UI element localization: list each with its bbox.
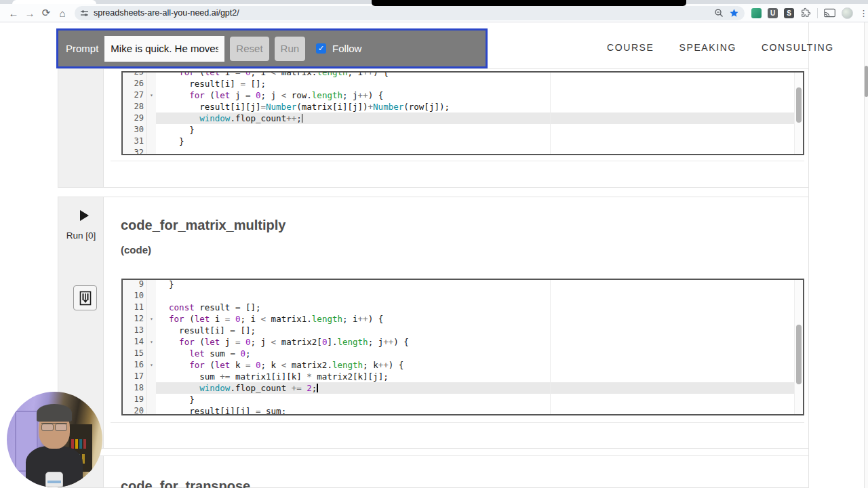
site-settings-icon[interactable] — [80, 9, 89, 18]
browser-toolbar: ← → ⟳ ⌂ spreadsheets-are-all-you-need.ai… — [0, 4, 868, 22]
cell-run-count[interactable]: Run [0] — [58, 230, 104, 241]
fold-gutter — [147, 101, 156, 113]
back-icon[interactable]: ← — [5, 7, 22, 19]
extensions-puzzle-icon[interactable] — [800, 7, 811, 18]
editor2-scrollbar-thumb[interactable] — [796, 325, 802, 384]
code-line[interactable]: 12▾ for (let i = 0; i < matrix1.length; … — [123, 313, 803, 325]
follow-label: Follow — [332, 43, 361, 54]
code-line[interactable]: 16▾ for (let k = 0; k < matrix2.length; … — [123, 359, 803, 371]
code-text[interactable] — [156, 147, 803, 155]
line-number: 10 — [123, 290, 147, 302]
fold-gutter — [147, 147, 156, 155]
code-line[interactable]: 31 } — [123, 136, 803, 147]
code-text[interactable]: window.flop_count++; — [156, 113, 803, 124]
code-text[interactable]: sum += matrix1[i][k] * matrix2[k][j]; — [156, 371, 803, 382]
cast-icon[interactable] — [824, 8, 835, 18]
run-button[interactable]: Run — [275, 37, 306, 61]
address-bar[interactable]: spreadsheets-are-all-you-need.ai/gpt2/ — [75, 6, 745, 20]
code-line[interactable]: 10 — [123, 290, 803, 302]
fold-arrow-icon[interactable]: ▾ — [147, 336, 156, 348]
code-line[interactable]: 9 } — [123, 279, 803, 290]
webcam-microphone — [45, 472, 63, 487]
profile-avatar[interactable] — [842, 7, 853, 19]
reset-button[interactable]: Reset — [230, 37, 269, 61]
fold-gutter — [147, 136, 156, 147]
reload-icon[interactable]: ⟳ — [38, 7, 54, 19]
code-text[interactable]: window.flop_count += 2; — [156, 382, 803, 394]
bookmark-star-icon[interactable] — [729, 8, 739, 18]
code-text[interactable]: } — [156, 394, 803, 405]
code-line[interactable]: 26 result[i] = []; — [123, 78, 803, 89]
prompt-label: Prompt — [66, 43, 98, 54]
cell-run-play-icon[interactable] — [80, 210, 89, 221]
code-text[interactable]: for (let i = 0; i < matrix1.length; i++)… — [156, 313, 803, 325]
code-editor-1[interactable]: 25 for (let i = 0; i < matrix.length; i+… — [121, 71, 804, 155]
line-number: 16 — [123, 359, 147, 371]
line-number: 32 — [123, 147, 147, 155]
insert-below-button[interactable] — [73, 285, 97, 310]
editor2-scrollbar[interactable] — [794, 280, 803, 414]
line-number: 9 — [123, 279, 147, 290]
cell2-output-divider — [111, 422, 804, 423]
code-line[interactable]: 28 result[i][j]=Number(matrix[i][j])+Num… — [123, 101, 803, 113]
fold-arrow-icon[interactable]: ▾ — [147, 359, 156, 371]
code-text[interactable]: result[i] = []; — [156, 325, 803, 336]
code-editor-2[interactable]: 9 }1011 const result = [];12▾ for (let i… — [121, 279, 804, 415]
extension-green-icon[interactable] — [751, 8, 762, 18]
webcam-overlay — [7, 392, 102, 487]
code-text[interactable]: result[i][j] = sum; — [156, 405, 803, 415]
code-line[interactable]: 18 window.flop_count += 2; — [123, 382, 803, 394]
fold-gutter — [147, 382, 156, 394]
nav-speaking-link[interactable]: SPEAKING — [679, 42, 736, 53]
editor1-scrollbar[interactable] — [794, 73, 803, 154]
extension-u-icon[interactable]: U — [768, 8, 778, 18]
fold-gutter — [147, 290, 156, 302]
prompt-toolbar: Prompt Reset Run ✓ Follow — [56, 28, 488, 68]
forward-icon[interactable]: → — [22, 7, 38, 19]
page-scrollbar-thumb[interactable] — [865, 66, 868, 97]
code-line[interactable]: 25 for (let i = 0; i < matrix.length; i+… — [123, 71, 803, 78]
code-text[interactable] — [156, 290, 803, 302]
code-text[interactable]: for (let j = 0; j < matrix2[0].length; j… — [156, 336, 803, 348]
fold-arrow-icon[interactable]: ▾ — [147, 313, 156, 325]
code-line[interactable]: 14▾ for (let j = 0; j < matrix2[0].lengt… — [123, 336, 803, 348]
fold-arrow-icon[interactable]: ▾ — [147, 89, 156, 101]
browser-menu-icon[interactable]: ⋮ — [859, 8, 868, 18]
code-text[interactable]: for (let j = 0; j < row.length; j++) { — [156, 89, 803, 101]
prompt-input[interactable] — [104, 36, 224, 62]
code-line[interactable]: 29 window.flop_count++; — [123, 113, 803, 124]
extension-s-icon[interactable]: S — [784, 8, 794, 18]
zoom-page-icon[interactable] — [714, 8, 724, 18]
code-text[interactable]: let sum = 0; — [156, 348, 803, 359]
editor1-scrollbar-thumb[interactable] — [796, 87, 802, 123]
code-line[interactable]: 20 result[i][j] = sum; — [123, 405, 803, 415]
code-text[interactable]: for (let k = 0; k < matrix2.length; k++)… — [156, 359, 803, 371]
nav-course-link[interactable]: COURSE — [607, 42, 654, 53]
code-text[interactable]: } — [156, 136, 803, 147]
code-line[interactable]: 15 let sum = 0; — [123, 348, 803, 359]
code-line[interactable]: 19 } — [123, 394, 803, 405]
code-line[interactable]: 32 — [123, 147, 803, 155]
code-text[interactable]: result[i] = []; — [156, 78, 803, 89]
cell-title: code_for_matrix_multiply — [121, 218, 285, 233]
code-line[interactable]: 17 sum += matrix1[i][k] * matrix2[k][j]; — [123, 371, 803, 382]
cell1-gutter — [58, 69, 104, 187]
code-text[interactable]: for (let i = 0; i < matrix.length; i++) … — [156, 71, 803, 78]
fold-gutter — [147, 371, 156, 382]
code-line[interactable]: 11 const result = []; — [123, 302, 803, 313]
text-cursor — [317, 384, 318, 392]
follow-checkbox[interactable]: ✓ — [316, 43, 326, 54]
code-line[interactable]: 27▾ for (let j = 0; j < row.length; j++)… — [123, 89, 803, 101]
code-text[interactable]: result[i][j]=Number(matrix[i][j])+Number… — [156, 101, 803, 113]
code-text[interactable]: } — [156, 279, 803, 290]
notebook-cell-3: code_for_transpose — [58, 455, 809, 488]
code-text[interactable]: } — [156, 124, 803, 136]
fold-gutter — [147, 124, 156, 136]
home-icon[interactable]: ⌂ — [54, 7, 71, 19]
page-scrollbar[interactable] — [864, 22, 868, 488]
code-text[interactable]: const result = []; — [156, 302, 803, 313]
code-line[interactable]: 30 } — [123, 124, 803, 136]
code-line[interactable]: 13 result[i] = []; — [123, 325, 803, 336]
url-text[interactable]: spreadsheets-are-all-you-need.ai/gpt2/ — [94, 8, 714, 18]
nav-consulting-link[interactable]: CONSULTING — [762, 42, 834, 53]
